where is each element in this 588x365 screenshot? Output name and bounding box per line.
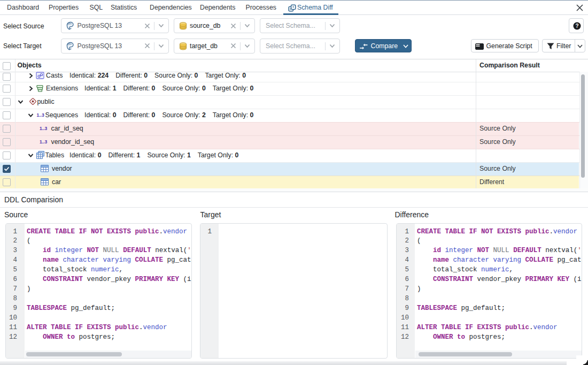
svg-text:?: ? [575,23,578,29]
